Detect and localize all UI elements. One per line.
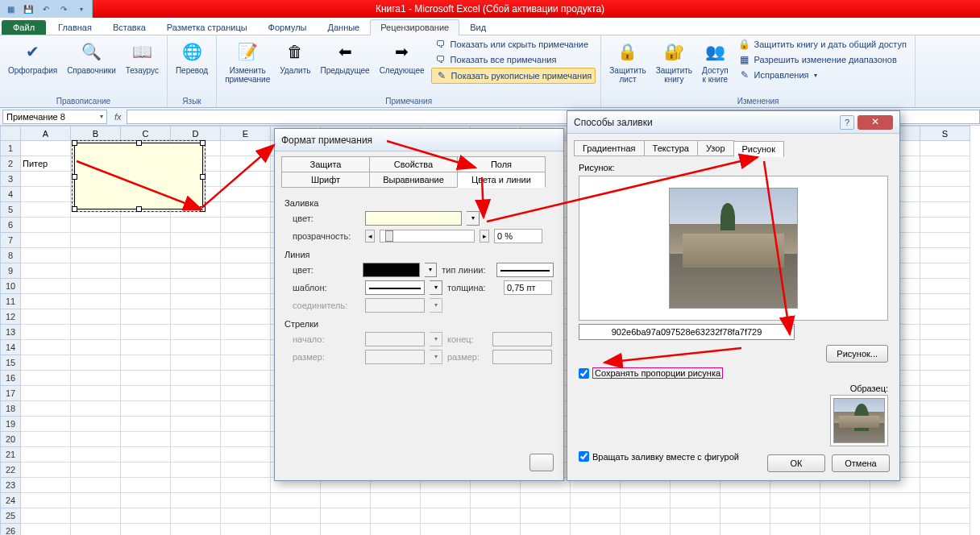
cell[interactable] [221, 172, 271, 187]
tab-home[interactable]: Главная [48, 19, 102, 35]
cell[interactable] [920, 417, 970, 432]
row-header[interactable]: 8 [0, 248, 21, 263]
cell[interactable] [121, 524, 171, 535]
cell[interactable] [920, 508, 970, 524]
cell[interactable] [720, 508, 770, 524]
cell[interactable] [21, 478, 71, 493]
cell[interactable] [21, 233, 71, 248]
cell[interactable] [171, 524, 221, 535]
cell[interactable] [171, 493, 221, 508]
cell[interactable] [121, 386, 171, 401]
translate-button[interactable]: 🌐Перевод [172, 37, 211, 77]
cell[interactable] [171, 355, 221, 371]
cell[interactable]: Питер [21, 156, 71, 172]
cell[interactable] [521, 508, 571, 524]
fill-color-dropdown[interactable]: ▾ [467, 211, 480, 226]
cell[interactable] [21, 218, 71, 233]
cell[interactable] [920, 478, 970, 493]
cell[interactable] [920, 233, 970, 248]
cell[interactable] [171, 325, 221, 340]
cell[interactable] [920, 187, 970, 202]
cell[interactable] [21, 325, 71, 340]
cell[interactable] [621, 524, 671, 535]
slider-thumb[interactable] [385, 230, 393, 242]
cell[interactable] [71, 355, 121, 371]
cell[interactable] [21, 141, 71, 156]
select-all-corner[interactable] [0, 126, 21, 141]
filename-input[interactable] [579, 324, 795, 340]
slider-left-button[interactable]: ◂ [365, 230, 375, 243]
cell[interactable] [920, 156, 970, 172]
delete-comment-button[interactable]: 🗑Удалить [276, 37, 314, 77]
cell[interactable] [121, 294, 171, 309]
cell[interactable] [471, 493, 521, 508]
cell[interactable] [121, 432, 171, 447]
cell[interactable] [21, 248, 71, 263]
cell[interactable] [71, 508, 121, 524]
row-header[interactable]: 12 [0, 309, 21, 325]
column-header[interactable]: C [121, 126, 171, 141]
row-header[interactable]: 25 [0, 508, 21, 524]
cell[interactable] [471, 524, 521, 535]
cell[interactable] [371, 493, 421, 508]
line-color-dropdown[interactable]: ▾ [425, 263, 437, 277]
cell[interactable] [71, 294, 121, 309]
cell[interactable] [571, 508, 621, 524]
row-header[interactable]: 4 [0, 187, 21, 202]
cell[interactable] [21, 401, 71, 417]
cell[interactable] [71, 386, 121, 401]
cell[interactable] [920, 172, 970, 187]
qat-dropdown-icon[interactable]: ▾ [74, 2, 89, 16]
cell[interactable] [221, 233, 271, 248]
cell[interactable] [71, 248, 121, 263]
cell[interactable] [71, 432, 121, 447]
next-comment-button[interactable]: ➡Следующее [376, 37, 428, 77]
cell[interactable] [171, 432, 221, 447]
thesaurus-button[interactable]: 📖Тезаурус [122, 37, 162, 77]
cell[interactable] [920, 340, 970, 355]
cell[interactable] [71, 493, 121, 508]
resize-handle[interactable] [72, 206, 77, 212]
cell[interactable] [171, 478, 221, 493]
cell[interactable] [920, 248, 970, 263]
cell[interactable] [221, 187, 271, 202]
cell[interactable] [820, 508, 870, 524]
cell[interactable] [121, 493, 171, 508]
cell[interactable] [171, 248, 221, 263]
cell[interactable] [71, 309, 121, 325]
cell[interactable] [870, 493, 920, 508]
share-book-button[interactable]: 👥Доступ к книге [699, 37, 732, 85]
cell[interactable] [221, 508, 271, 524]
tab-layout[interactable]: Разметка страницы [156, 19, 258, 35]
row-header[interactable]: 13 [0, 325, 21, 340]
cell[interactable] [321, 524, 371, 535]
tab-font[interactable]: Шрифт [281, 172, 370, 188]
cell[interactable] [171, 340, 221, 355]
line-template-select[interactable] [365, 280, 425, 295]
cell[interactable] [471, 508, 521, 524]
cell[interactable] [71, 478, 121, 493]
cell[interactable] [920, 309, 970, 325]
cell[interactable] [920, 294, 970, 309]
cell[interactable] [121, 462, 171, 478]
cell[interactable] [71, 371, 121, 386]
cell[interactable] [121, 309, 171, 325]
line-weight-input[interactable] [504, 280, 552, 295]
row-header[interactable]: 16 [0, 371, 21, 386]
cell[interactable] [21, 279, 71, 294]
cell[interactable] [221, 401, 271, 417]
cell[interactable] [221, 156, 271, 172]
cell[interactable] [21, 309, 71, 325]
cell[interactable] [121, 371, 171, 386]
cell[interactable] [121, 279, 171, 294]
tab-view[interactable]: Вид [459, 19, 496, 35]
track-changes-button[interactable]: ✎Исправления▾ [735, 68, 910, 82]
tab-review[interactable]: Рецензирование [370, 19, 459, 35]
cell[interactable] [171, 309, 221, 325]
cell[interactable] [421, 493, 471, 508]
cell[interactable] [920, 371, 970, 386]
cell[interactable] [121, 478, 171, 493]
cell[interactable] [171, 263, 221, 279]
transparency-slider[interactable] [380, 230, 475, 243]
cell[interactable] [221, 294, 271, 309]
